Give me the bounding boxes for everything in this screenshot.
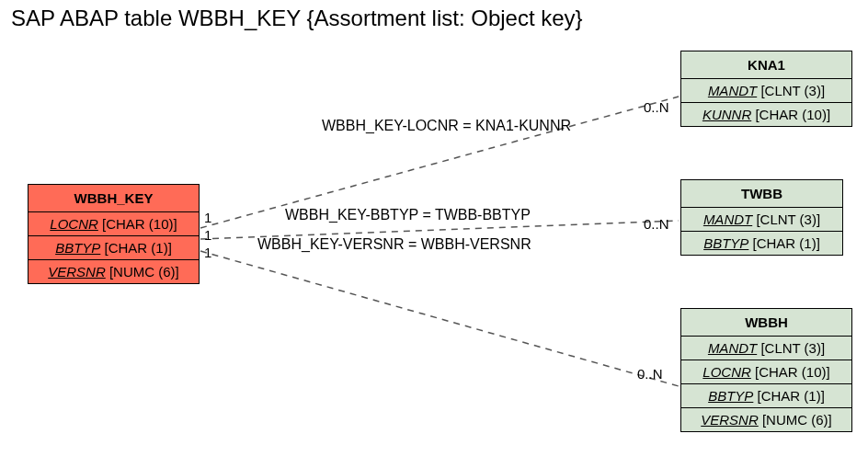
field-row: MANDT [CLNT (3)] — [681, 337, 851, 360]
field-type: [CHAR (10)] — [755, 107, 830, 122]
edge-label-kna1: WBBH_KEY-LOCNR = KNA1-KUNNR — [322, 118, 571, 134]
entity-kna1: KNA1 MANDT [CLNT (3)] KUNNR [CHAR (10)] — [680, 51, 852, 127]
field-row: BBTYP [CHAR (1)] — [29, 236, 199, 260]
field-name: MANDT — [703, 211, 752, 227]
field-name: MANDT — [708, 340, 757, 356]
field-name: BBTYP — [703, 235, 748, 251]
card-left-e3: 1 — [204, 245, 211, 260]
field-type: [CLNT (3)] — [760, 340, 825, 356]
field-type: [CHAR (1)] — [758, 388, 825, 404]
field-row: BBTYP [CHAR (1)] — [681, 232, 842, 255]
field-row: BBTYP [CHAR (1)] — [681, 384, 851, 408]
field-row: LOCNR [CHAR (10)] — [681, 360, 851, 384]
entity-wbbh: WBBH MANDT [CLNT (3)] LOCNR [CHAR (10)] … — [680, 308, 852, 432]
svg-line-2 — [200, 251, 679, 386]
field-name: KUNNR — [702, 107, 751, 122]
edge-label-wbbh: WBBH_KEY-VERSNR = WBBH-VERSNR — [257, 236, 531, 253]
diagram-canvas: SAP ABAP table WBBH_KEY {Assortment list… — [0, 0, 868, 468]
card-right-e1: 0..N — [644, 99, 669, 115]
field-name: VERSNR — [48, 264, 106, 280]
card-left-e1: 1 — [204, 210, 211, 225]
edge-label-twbb: WBBH_KEY-BBTYP = TWBB-BBTYP — [285, 207, 531, 223]
field-name: BBTYP — [708, 388, 753, 404]
field-name: VERSNR — [701, 412, 759, 428]
field-type: [CHAR (10)] — [102, 216, 177, 232]
entity-wbbh-key-header: WBBH_KEY — [29, 185, 199, 212]
field-type: [NUMC (6)] — [109, 264, 179, 280]
field-row: VERSNR [NUMC (6)] — [681, 408, 851, 431]
field-name: BBTYP — [55, 240, 100, 256]
card-left-e2: 1 — [204, 227, 211, 243]
entity-kna1-header: KNA1 — [681, 51, 851, 79]
field-type: [CHAR (10)] — [755, 364, 830, 380]
field-type: [CHAR (1)] — [753, 235, 820, 251]
field-row: MANDT [CLNT (3)] — [681, 208, 842, 232]
field-row: VERSNR [NUMC (6)] — [29, 260, 199, 283]
field-type: [CLNT (3)] — [760, 83, 825, 98]
field-type: [NUMC (6)] — [762, 412, 832, 428]
field-name: LOCNR — [702, 364, 751, 380]
entity-wbbh-key: WBBH_KEY LOCNR [CHAR (10)] BBTYP [CHAR (… — [28, 184, 200, 284]
field-type: [CLNT (3)] — [756, 211, 820, 227]
field-name: LOCNR — [50, 216, 98, 232]
entity-twbb-header: TWBB — [681, 180, 842, 208]
entity-wbbh-header: WBBH — [681, 309, 851, 337]
entity-twbb: TWBB MANDT [CLNT (3)] BBTYP [CHAR (1)] — [680, 179, 843, 256]
field-type: [CHAR (1)] — [105, 240, 172, 256]
field-name: MANDT — [708, 83, 757, 98]
field-row: MANDT [CLNT (3)] — [681, 79, 851, 103]
field-row: KUNNR [CHAR (10)] — [681, 103, 851, 126]
field-row: LOCNR [CHAR (10)] — [29, 212, 199, 236]
card-right-e4: 0..N — [637, 366, 663, 382]
card-right-e2: 0..N — [644, 216, 669, 232]
